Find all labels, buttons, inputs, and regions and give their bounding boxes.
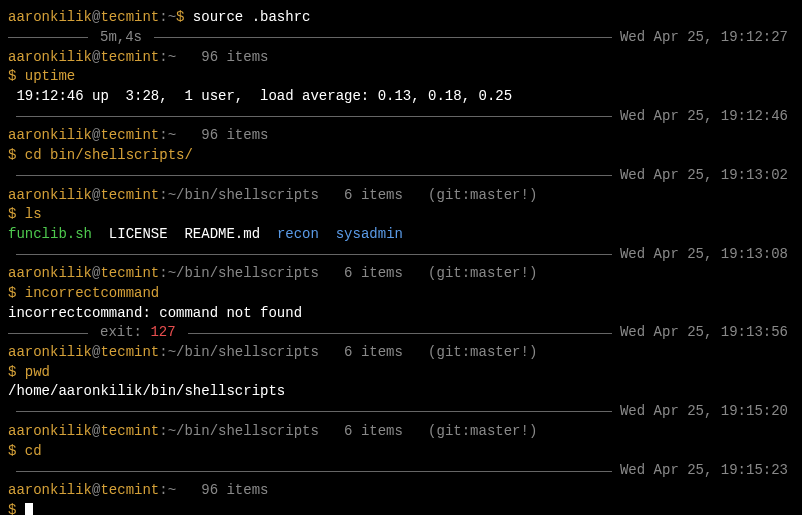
prompt-path: :~/bin/shellscripts: [159, 344, 319, 360]
git-status: (git:master!): [403, 187, 537, 203]
prompt-host: tecmint: [100, 49, 159, 65]
divider-timestamp: Wed Apr 25, 19:13:56: [620, 323, 794, 343]
cursor: [25, 503, 33, 515]
prompt-sigil: $: [8, 502, 25, 515]
divider-timestamp: Wed Apr 25, 19:12:27: [620, 28, 794, 48]
file-entry: funclib.sh: [8, 226, 92, 242]
prompt-user: aaronkilik: [8, 187, 92, 203]
divider: Wed Apr 25, 19:15:20: [8, 402, 794, 422]
prompt-host: tecmint: [100, 482, 159, 498]
prompt-user: aaronkilik: [8, 482, 92, 498]
prompt-path: :~: [159, 9, 176, 25]
divider-info: 5m,4s: [96, 28, 146, 48]
file-entry: README.md: [184, 226, 260, 242]
prompt-user: aaronkilik: [8, 423, 92, 439]
items-count: 6 items: [319, 344, 403, 360]
items-count: 6 items: [319, 187, 403, 203]
command-text[interactable]: uptime: [25, 68, 75, 84]
prompt-line: aaronkilik@tecmint:~$ source .bashrc: [8, 8, 794, 28]
prompt-host: tecmint: [100, 9, 159, 25]
divider: Wed Apr 25, 19:15:23: [8, 461, 794, 481]
prompt-sigil: $: [8, 285, 25, 301]
command-line: $ cd: [8, 442, 794, 462]
prompt-host: tecmint: [100, 344, 159, 360]
items-count: 6 items: [319, 265, 403, 281]
divider: 5m,4sWed Apr 25, 19:12:27: [8, 28, 794, 48]
ls-output: funclib.sh LICENSE README.md recon sysad…: [8, 225, 794, 245]
prompt-path: :~/bin/shellscripts: [159, 265, 319, 281]
prompt-path: :~: [159, 127, 176, 143]
prompt-sigil: $: [8, 147, 25, 163]
terminal-window[interactable]: aaronkilik@tecmint:~$ source .bashrc5m,4…: [8, 8, 794, 515]
prompt-sigil: $: [8, 68, 25, 84]
command-line: $ pwd: [8, 363, 794, 383]
prompt-info-line: aaronkilik@tecmint:~ 96 items: [8, 126, 794, 146]
items-count: 6 items: [319, 423, 403, 439]
items-count: 96 items: [176, 482, 268, 498]
prompt-info-line: aaronkilik@tecmint:~ 96 items: [8, 481, 794, 501]
prompt-info-line: aaronkilik@tecmint:~/bin/shellscripts 6 …: [8, 422, 794, 442]
prompt-path: :~/bin/shellscripts: [159, 187, 319, 203]
exit-label: exit:: [100, 324, 150, 340]
output-line: /home/aaronkilik/bin/shellscripts: [8, 382, 794, 402]
git-status: (git:master!): [403, 423, 537, 439]
file-entry: sysadmin: [336, 226, 403, 242]
command-line: $ cd bin/shellscripts/: [8, 146, 794, 166]
prompt-info-line: aaronkilik@tecmint:~/bin/shellscripts 6 …: [8, 264, 794, 284]
exit-code: 127: [150, 324, 175, 340]
command-text[interactable]: ls: [25, 206, 42, 222]
divider: exit: 127Wed Apr 25, 19:13:56: [8, 323, 794, 343]
command-line: $ incorrectcommand: [8, 284, 794, 304]
prompt-sigil: $: [8, 206, 25, 222]
divider-timestamp: Wed Apr 25, 19:13:08: [620, 245, 794, 265]
divider-timestamp: Wed Apr 25, 19:15:23: [620, 461, 794, 481]
divider-timestamp: Wed Apr 25, 19:15:20: [620, 402, 794, 422]
prompt-host: tecmint: [100, 423, 159, 439]
prompt-user: aaronkilik: [8, 344, 92, 360]
file-entry: LICENSE: [109, 226, 168, 242]
prompt-info-line: aaronkilik@tecmint:~/bin/shellscripts 6 …: [8, 343, 794, 363]
prompt-sigil: $: [176, 9, 193, 25]
prompt-path: :~: [159, 482, 176, 498]
file-entry: recon: [277, 226, 319, 242]
output-line: incorrectcommand: command not found: [8, 304, 794, 324]
divider-info: exit: 127: [96, 323, 180, 343]
prompt-host: tecmint: [100, 187, 159, 203]
prompt-user: aaronkilik: [8, 265, 92, 281]
prompt-host: tecmint: [100, 127, 159, 143]
divider-timestamp: Wed Apr 25, 19:13:02: [620, 166, 794, 186]
git-status: (git:master!): [403, 344, 537, 360]
command-line: $: [8, 501, 794, 515]
command-line: $ uptime: [8, 67, 794, 87]
divider: Wed Apr 25, 19:13:08: [8, 244, 794, 264]
items-count: 96 items: [176, 127, 268, 143]
command-text[interactable]: cd: [25, 443, 42, 459]
command-text[interactable]: incorrectcommand: [25, 285, 159, 301]
divider-timestamp: Wed Apr 25, 19:12:46: [620, 107, 794, 127]
command-text[interactable]: pwd: [25, 364, 50, 380]
prompt-user: aaronkilik: [8, 49, 92, 65]
command-line: $ ls: [8, 205, 794, 225]
divider: Wed Apr 25, 19:13:02: [8, 166, 794, 186]
prompt-info-line: aaronkilik@tecmint:~/bin/shellscripts 6 …: [8, 186, 794, 206]
prompt-user: aaronkilik: [8, 127, 92, 143]
divider: Wed Apr 25, 19:12:46: [8, 106, 794, 126]
output-line: 19:12:46 up 3:28, 1 user, load average: …: [8, 87, 794, 107]
prompt-info-line: aaronkilik@tecmint:~ 96 items: [8, 48, 794, 68]
prompt-path: :~/bin/shellscripts: [159, 423, 319, 439]
prompt-host: tecmint: [100, 265, 159, 281]
prompt-sigil: $: [8, 364, 25, 380]
prompt-user: aaronkilik: [8, 9, 92, 25]
command-text[interactable]: source .bashrc: [193, 9, 311, 25]
prompt-sigil: $: [8, 443, 25, 459]
items-count: 96 items: [176, 49, 268, 65]
git-status: (git:master!): [403, 265, 537, 281]
command-text[interactable]: cd bin/shellscripts/: [25, 147, 193, 163]
prompt-path: :~: [159, 49, 176, 65]
